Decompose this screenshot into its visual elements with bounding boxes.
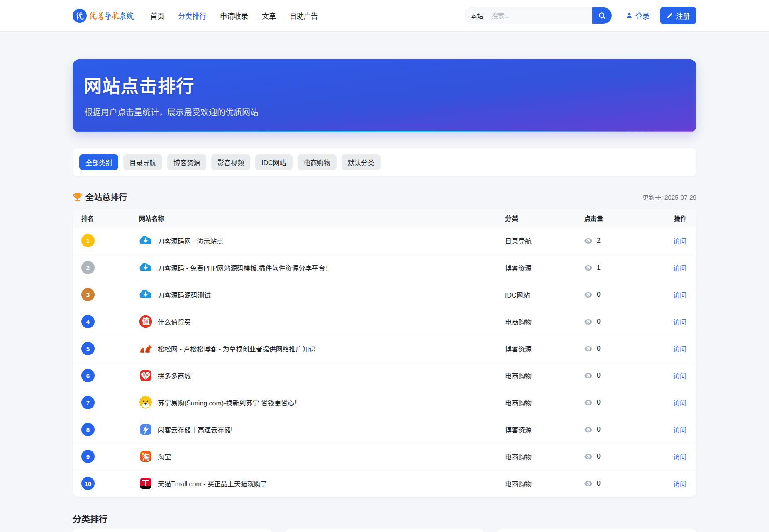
nav-item-1[interactable]: 分类排行 (178, 10, 206, 21)
eye-icon (584, 454, 592, 459)
filter-chip-2[interactable]: 博客资源 (167, 154, 206, 170)
site-name[interactable]: 刀客源码 - 免费PHP网站源码模板,插件软件资源分享平台！ (158, 263, 332, 273)
tmall-icon (139, 477, 152, 490)
eye-icon (584, 400, 592, 405)
rank-badge: 3 (81, 288, 95, 301)
visit-link[interactable]: 访问 (673, 238, 686, 245)
eye-icon (584, 238, 592, 244)
nav-item-2[interactable]: 申请收录 (220, 10, 248, 21)
login-label: 登录 (635, 10, 649, 21)
search-button[interactable] (592, 7, 612, 24)
header: 优茗导航系统 首页 分类排行 申请收录 文章 自助广告 本站 登录 注册 (0, 0, 769, 32)
squirrel-icon (139, 342, 152, 355)
suning-icon (139, 396, 152, 409)
nav-item-3[interactable]: 文章 (262, 10, 276, 21)
site-name[interactable]: 刀客源码网 - 演示站点 (158, 236, 223, 246)
rank-badge: 6 (81, 369, 95, 382)
site-category: 目录导航 (505, 238, 532, 245)
site-name[interactable]: 刀客源码源码测试 (158, 290, 211, 300)
hero-banner: 网站点击排行 根据用户点击量统计，展示最受欢迎的优质网站 (73, 59, 696, 132)
site-name[interactable]: 苏宁易购(Suning.com)-换新到苏宁 省钱更省心！ (158, 398, 301, 408)
cloud-download-icon (139, 261, 152, 274)
eye-icon (584, 373, 592, 378)
category-card (497, 529, 696, 532)
smzdm-icon: 值 (139, 315, 152, 328)
nav-item-0[interactable]: 首页 (150, 10, 164, 21)
table-row: 9 淘淘宝 电商购物 0 访问 (73, 443, 696, 470)
rank-badge: 10 (81, 477, 95, 490)
login-link[interactable]: 登录 (626, 10, 649, 21)
site-category: 电商购物 (505, 400, 532, 407)
table-row: 7 苏宁易购(Suning.com)-换新到苏宁 省钱更省心！ 电商购物 0 访… (73, 389, 696, 416)
rank-badge: 5 (81, 342, 95, 355)
eye-icon (584, 265, 592, 271)
ranking-section-head: 全站总排行 更新于: 2025-07-29 (73, 191, 696, 203)
filter-chip-4[interactable]: IDC网站 (255, 154, 293, 170)
register-label: 注册 (676, 10, 690, 21)
visit-link[interactable]: 访问 (673, 265, 686, 272)
visit-link[interactable]: 访问 (673, 319, 686, 326)
click-count: 0 (597, 453, 601, 460)
updated-date: 更新于: 2025-07-29 (642, 193, 696, 201)
eye-icon (584, 481, 592, 486)
site-category: 电商购物 (505, 454, 532, 461)
site-name[interactable]: 拼多多商城 (158, 371, 191, 381)
nav-item-4[interactable]: 自助广告 (290, 10, 318, 21)
visit-link[interactable]: 访问 (673, 454, 686, 461)
visit-link[interactable]: 访问 (673, 346, 686, 353)
pinduoduo-icon (139, 369, 152, 382)
visit-link[interactable]: 访问 (673, 400, 686, 407)
visit-link[interactable]: 访问 (673, 481, 686, 488)
register-button[interactable]: 注册 (660, 7, 696, 24)
click-count: 0 (597, 480, 601, 487)
brand-logotype (89, 12, 134, 20)
filter-chip-3[interactable]: 影音视频 (211, 154, 250, 170)
site-category: 电商购物 (505, 481, 532, 488)
col-clicks: 点击量 (584, 214, 664, 222)
site-category: 博客资源 (505, 265, 532, 272)
site-category: 电商购物 (505, 373, 532, 380)
person-icon (626, 12, 632, 19)
filter-chip-5[interactable]: 电商购物 (298, 154, 337, 170)
rank-badge: 9 (81, 450, 95, 463)
site-name[interactable]: 什么值得买 (158, 317, 191, 327)
filter-chip-0[interactable]: 全部类别 (79, 154, 118, 170)
pencil-icon (666, 12, 673, 19)
site-name[interactable]: 松松网 - 卢松松博客 - 为草根创业者提供网络推广知识 (158, 344, 315, 354)
main-content: 网站点击排行 根据用户点击量统计，展示最受欢迎的优质网站 全部类别 目录导航 博… (73, 59, 696, 532)
cloud-download-icon (139, 288, 152, 301)
table-row: 2 刀客源码 - 免费PHP网站源码模板,插件软件资源分享平台！ 博客资源 1 … (73, 254, 696, 281)
col-category: 分类 (505, 213, 584, 223)
site-name[interactable]: 天猫Tmall.com - 买正品上天猫就购了 (158, 478, 267, 488)
filter-chip-1[interactable]: 目录导航 (123, 154, 162, 170)
table-row: 1 刀客源码网 - 演示站点 目录导航 2 访问 (73, 227, 696, 254)
table-row: 8 闪客云存储｜高速云存储! 博客资源 0 访问 (73, 416, 696, 443)
table-row: 6 拼多多商城 电商购物 0 访问 (73, 362, 696, 389)
filter-chip-6[interactable]: 默认分类 (342, 154, 381, 170)
svg-text:淘: 淘 (142, 453, 150, 461)
category-filter: 全部类别 目录导航 博客资源 影音视频 IDC网站 电商购物 默认分类 (73, 148, 696, 176)
search-input[interactable] (483, 12, 592, 19)
click-count: 0 (597, 291, 601, 298)
visit-link[interactable]: 访问 (673, 373, 686, 380)
site-category: 博客资源 (505, 427, 532, 434)
col-action: 操作 (664, 214, 696, 222)
search-box: 本站 (465, 7, 612, 24)
site-category: 电商购物 (505, 319, 532, 326)
visit-link[interactable]: 访问 (673, 427, 686, 434)
click-count: 1 (597, 264, 601, 271)
col-name: 网站名称 (139, 214, 505, 222)
category-section-title: 分类排行 (73, 512, 696, 525)
table-row: 3 刀客源码源码测试 IDC网站 0 访问 (73, 281, 696, 308)
site-logo[interactable]: 优茗导航系统 (73, 9, 134, 23)
site-category: IDC网站 (505, 292, 530, 299)
table-header: 排名 网站名称 分类 点击量 操作 (73, 209, 696, 227)
search-scope-select[interactable]: 本站 (466, 11, 483, 20)
table-row: 4 值什么值得买 电商购物 0 访问 (73, 308, 696, 335)
visit-link[interactable]: 访问 (673, 292, 686, 299)
page-subtitle: 根据用户点击量统计，展示最受欢迎的优质网站 (73, 98, 696, 118)
site-name[interactable]: 闪客云存储｜高速云存储! (158, 425, 232, 434)
site-name[interactable]: 淘宝 (158, 451, 171, 461)
rank-badge: 2 (81, 261, 95, 274)
table-row: 5 松松网 - 卢松松博客 - 为草根创业者提供网络推广知识 博客资源 0 访问 (73, 335, 696, 362)
